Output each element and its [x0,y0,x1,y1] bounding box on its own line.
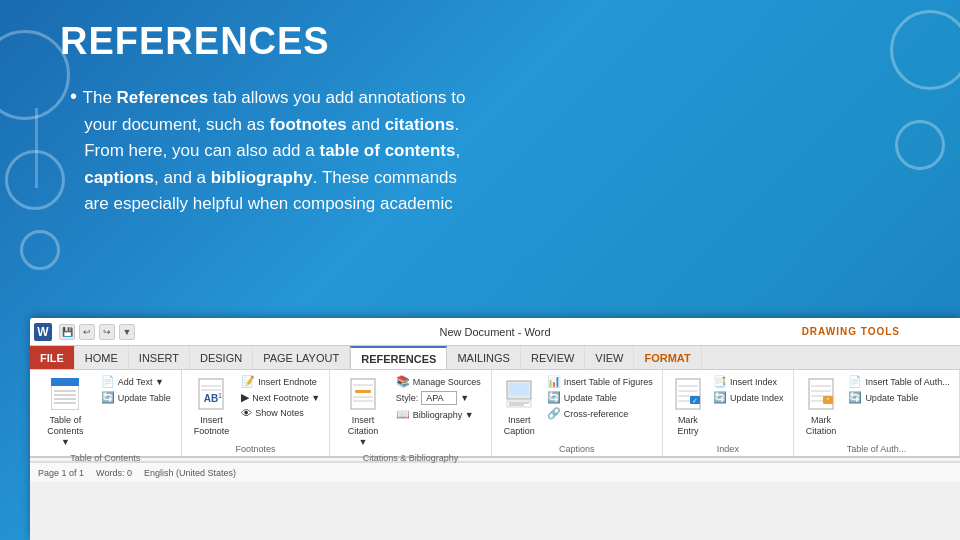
update-index-label: Update Index [730,393,784,403]
svg-rect-17 [509,383,529,395]
toc-icon [51,378,79,412]
tab-references[interactable]: REFERENCES [350,346,447,369]
bibliography-icon: 📖 [396,408,410,421]
citations-small-buttons: 📚 Manage Sources Style: APA ▼ 📖 Bibliogr… [392,374,485,422]
svg-rect-11 [351,379,375,409]
style-apa-button[interactable]: Style: APA ▼ [392,390,485,406]
add-text-button[interactable]: 📄 Add Text ▼ [97,374,175,389]
style-dropdown: ▼ [460,393,469,403]
mark-citation-button[interactable]: " MarkCitation [800,374,843,441]
slide-bullet: The References tab allows you add annota… [60,81,900,217]
svg-rect-18 [507,401,531,407]
language-info: English (United States) [144,468,236,478]
insert-footnote-button[interactable]: AB 1 InsertFootnote [188,374,236,441]
group-index: ✓ MarkEntry 📑 Insert Index 🔄 Update Inde… [663,370,794,456]
next-footnote-button[interactable]: ▶ Next Footnote ▼ [237,390,324,405]
svg-text:✓: ✓ [692,397,698,404]
mark-entry-icon: ✓ [675,378,701,412]
group-citations-label: Citations & Bibliography [336,451,484,465]
tab-insert[interactable]: INSERT [129,346,190,369]
insert-endnote-button[interactable]: 📝 Insert Endnote [237,374,324,389]
mark-entry-label: MarkEntry [677,415,698,437]
style-label: Style: [396,393,419,403]
toc-button[interactable]: Table ofContents ▼ [36,374,95,451]
svg-rect-12 [355,390,371,393]
group-index-label: Index [669,442,787,456]
title-bar-left: W 💾 ↩ ↪ ▼ [34,323,135,341]
insert-citation-button[interactable]: InsertCitation ▼ [336,374,389,451]
manage-sources-label: Manage Sources [413,377,481,387]
mark-entry-button[interactable]: ✓ MarkEntry [669,374,707,441]
cross-reference-icon: 🔗 [547,407,561,420]
redo-quickaccess[interactable]: ↪ [99,324,115,340]
ribbon-tabs: FILE HOME INSERT DESIGN PAGE LAYOUT REFE… [30,346,960,370]
insert-caption-button[interactable]: InsertCaption [498,374,541,441]
t10: captions [84,168,154,187]
update-table-caption-button[interactable]: 🔄 Update Table [543,390,657,405]
tab-review[interactable]: REVIEW [521,346,585,369]
show-notes-label: Show Notes [255,408,304,418]
update-toa-button[interactable]: 🔄 Update Table [844,390,953,405]
insert-index-label: Insert Index [730,377,777,387]
group-toa-content: " MarkCitation 📄 Insert Table of Auth...… [800,374,954,442]
insert-table-figures-label: Insert Table of Figures [564,377,653,387]
customize-quickaccess[interactable]: ▼ [119,324,135,340]
word-app-icon: W [34,323,52,341]
t5: and [347,115,385,134]
update-table-toc-icon: 🔄 [101,391,115,404]
word-count: Words: 0 [96,468,132,478]
update-table-caption-label: Update Table [564,393,617,403]
manage-sources-button[interactable]: 📚 Manage Sources [392,374,485,389]
save-quickaccess[interactable]: 💾 [59,324,75,340]
update-table-toc-button[interactable]: 🔄 Update Table [97,390,175,405]
svg-text:1: 1 [218,392,222,399]
update-table-toc-label: Update Table [118,393,171,403]
group-captions-content: InsertCaption 📊 Insert Table of Figures … [498,374,657,442]
show-notes-button[interactable]: 👁 Show Notes [237,406,324,420]
manage-sources-icon: 📚 [396,375,410,388]
update-index-button[interactable]: 🔄 Update Index [709,390,788,405]
t2: References [117,88,209,107]
cross-reference-button[interactable]: 🔗 Cross-reference [543,406,657,421]
tab-view[interactable]: VIEW [585,346,634,369]
svg-rect-28 [809,379,833,409]
tab-pagelayout[interactable]: PAGE LAYOUT [253,346,350,369]
insert-toa-button[interactable]: 📄 Insert Table of Auth... [844,374,953,389]
page-info: Page 1 of 1 [38,468,84,478]
insert-caption-label: InsertCaption [504,415,535,437]
insert-table-figures-button[interactable]: 📊 Insert Table of Figures [543,374,657,389]
group-footnotes-label: Footnotes [188,442,324,456]
toa-small-buttons: 📄 Insert Table of Auth... 🔄 Update Table [844,374,953,405]
insert-toa-icon: 📄 [848,375,862,388]
tab-home[interactable]: HOME [75,346,129,369]
tab-format[interactable]: FORMAT [634,346,701,369]
footnote-small-buttons: 📝 Insert Endnote ▶ Next Footnote ▼ 👁 Sho… [237,374,324,420]
ribbon-titlebar: W 💾 ↩ ↪ ▼ New Document - Word DRAWING TO… [30,318,960,346]
group-captions: InsertCaption 📊 Insert Table of Figures … [492,370,663,456]
insert-toa-label: Insert Table of Auth... [865,377,949,387]
mark-citation-label: MarkCitation [806,415,837,437]
update-index-icon: 🔄 [713,391,727,404]
insert-index-button[interactable]: 📑 Insert Index [709,374,788,389]
undo-quickaccess[interactable]: ↩ [79,324,95,340]
insert-index-icon: 📑 [713,375,727,388]
tab-mailings[interactable]: MAILINGS [447,346,521,369]
toc-label: Table ofContents ▼ [42,415,89,447]
group-captions-label: Captions [498,442,656,456]
group-toc: Table ofContents ▼ 📄 Add Text ▼ 🔄 Update… [30,370,182,456]
tab-file[interactable]: FILE [30,346,75,369]
insert-table-figures-icon: 📊 [547,375,561,388]
add-text-icon: 📄 [101,375,115,388]
insert-endnote-label: Insert Endnote [258,377,317,387]
window-title: New Document - Word [439,326,550,338]
toc-small-buttons: 📄 Add Text ▼ 🔄 Update Table [97,374,175,405]
tab-design[interactable]: DESIGN [190,346,253,369]
t4: footnotes [269,115,346,134]
word-letter: W [37,325,48,339]
group-citations-content: InsertCitation ▼ 📚 Manage Sources Style:… [336,374,484,451]
bibliography-button[interactable]: 📖 Bibliography ▼ [392,407,485,422]
add-text-label: Add Text ▼ [118,377,164,387]
update-toa-label: Update Table [865,393,918,403]
bullet-text: The References tab allows you add annota… [70,88,465,213]
group-toc-content: Table ofContents ▼ 📄 Add Text ▼ 🔄 Update… [36,374,175,451]
